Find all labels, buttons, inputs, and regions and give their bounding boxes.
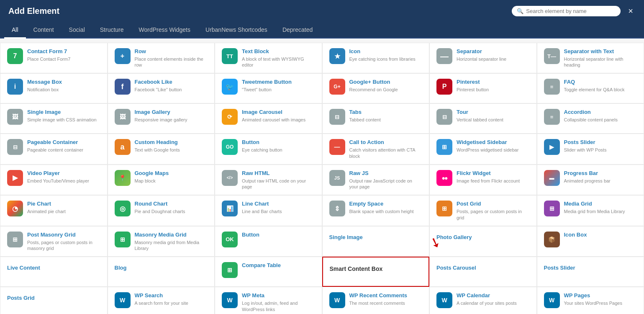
elements-grid: 7 Contact Form 7 Place Contact Form7 + R… <box>0 43 644 314</box>
masonry-media-grid-icon: ⊞ <box>115 232 131 247</box>
element-wp-pages[interactable]: W WP Pages Your sites WordPress Pages <box>537 287 644 314</box>
element-google-plus[interactable]: G+ Google+ Button Recommend on Google <box>322 73 430 103</box>
element-wp-search[interactable]: W WP Search A search form for your site <box>108 287 215 314</box>
element-text-block[interactable]: TT Text Block A block of text with WYSIW… <box>215 43 322 73</box>
flickr-widget-icon: ●● <box>436 170 452 186</box>
element-video-player[interactable]: ▶ Video Player Embed YouTube/Vimeo playe… <box>0 165 108 195</box>
compare-table-icon: ⊞ <box>222 262 238 278</box>
tour-icon: ⊟ <box>436 109 452 125</box>
facebook-like-icon: f <box>115 79 131 95</box>
tab-all[interactable]: All <box>4 22 26 39</box>
empty-space-icon: ⇕ <box>329 201 345 216</box>
faq-icon: ≡ <box>544 79 560 95</box>
element-round-chart[interactable]: ◎ Round Chart Pie and Doughnat charts <box>108 195 215 226</box>
content-area[interactable]: 7 Contact Form 7 Place Contact Form7 + R… <box>0 39 644 314</box>
button-2-icon: OK <box>222 232 238 247</box>
element-post-masonry-grid[interactable]: ⊞ Post Masonry Grid Posts, pages or cust… <box>0 226 108 257</box>
element-separator[interactable]: — Separator Horizontal separator line <box>429 43 537 73</box>
element-posts-slider-1[interactable]: ▶ Posts Slider Slider with WP Posts <box>537 134 644 164</box>
tabs-icon: ⊟ <box>329 109 345 125</box>
element-posts-carousel[interactable]: Posts Carousel <box>429 257 537 287</box>
element-icon-box[interactable]: 📦 Icon Box <box>537 226 644 257</box>
raw-js-icon: JS <box>329 170 345 186</box>
element-posts-grid[interactable]: Posts Grid <box>0 287 108 314</box>
element-compare-table[interactable]: ⊞ Compare Table <box>215 257 322 287</box>
element-faq[interactable]: ≡ FAQ Toggle element for Q&A block <box>537 73 644 103</box>
element-message-box[interactable]: i Message Box Notification box <box>0 73 108 103</box>
tab-content[interactable]: Content <box>26 22 62 39</box>
element-accordion[interactable]: ≡ Accordion Collapsible content panels <box>537 103 644 134</box>
element-widgetised-sidebar[interactable]: ⊞ Widgetised Sidebar WordPress widgetise… <box>429 134 537 164</box>
element-tweetmeme[interactable]: 🐦 Tweetmeme Button "Tweet" button <box>215 73 322 103</box>
element-google-maps[interactable]: 📍 Google Maps Map block <box>108 165 215 195</box>
element-tour[interactable]: ⊟ Tour Vertical tabbed content <box>429 103 537 134</box>
element-wp-calendar[interactable]: W WP Calendar A calendar of your sites p… <box>429 287 537 314</box>
posts-slider-1-icon: ▶ <box>544 139 560 155</box>
tab-wordpress-widgets[interactable]: WordPress Widgets <box>131 22 198 39</box>
custom-heading-icon: a <box>115 139 131 155</box>
row-icon: + <box>115 48 131 64</box>
text-block-icon: TT <box>222 48 238 64</box>
raw-html-icon: </> <box>222 170 238 186</box>
element-posts-slider-2[interactable]: Posts Slider <box>537 257 644 287</box>
element-raw-html[interactable]: </> Raw HTML Output raw HTML code on you… <box>215 165 322 195</box>
tab-urbannews-shortcodes[interactable]: UrbanNews Shortcodes <box>198 22 275 39</box>
element-single-image-2[interactable]: Single Image <box>322 226 430 257</box>
element-single-image[interactable]: 🖼 Single Image Simple image with CSS ani… <box>0 103 108 134</box>
element-custom-heading[interactable]: a Custom Heading Text with Google fonts <box>108 134 215 164</box>
element-empty-space[interactable]: ⇕ Empty Space Blank space with custom he… <box>322 195 430 226</box>
line-chart-icon: 📊 <box>222 201 238 216</box>
video-player-icon: ▶ <box>7 170 23 186</box>
image-carousel-icon: ⟳ <box>222 109 238 125</box>
element-progress-bar[interactable]: ▬ Progress Bar Animated progress bar <box>537 165 644 195</box>
element-raw-js[interactable]: JS Raw JS Output raw JavaScript code on … <box>322 165 430 195</box>
wp-recent-comments-icon: W <box>329 292 345 308</box>
element-wp-recent-comments[interactable]: W WP Recent Comments The most recent com… <box>322 287 430 314</box>
element-blog[interactable]: Blog <box>108 257 215 287</box>
widgetised-sidebar-icon: ⊞ <box>436 139 452 155</box>
call-to-action-icon: — <box>329 139 345 155</box>
element-post-grid[interactable]: ⊞ Post Grid Posts, pages or custom posts… <box>429 195 537 226</box>
element-button-2[interactable]: OK Button <box>215 226 322 257</box>
element-call-to-action[interactable]: — Call to Action Catch visitors attentio… <box>322 134 430 164</box>
pageable-container-icon: ⊟ <box>7 139 23 155</box>
element-image-carousel[interactable]: ⟳ Image Carousel Animated carousel with … <box>215 103 322 134</box>
element-icon[interactable]: ★ Icon Eye catching icons from libraries <box>322 43 430 73</box>
element-button[interactable]: GO Button Eye catching button <box>215 134 322 164</box>
wp-pages-icon: W <box>544 292 560 308</box>
tab-deprecated[interactable]: Deprecated <box>275 22 320 39</box>
element-live-content[interactable]: Live Content <box>0 257 108 287</box>
element-tabs[interactable]: ⊟ Tabs Tabbed content <box>322 103 430 134</box>
search-input[interactable] <box>526 8 616 14</box>
message-box-icon: i <box>7 79 23 95</box>
separator-icon: — <box>436 48 452 64</box>
element-wp-meta[interactable]: W WP Meta Log in/out, admin, feed and Wo… <box>215 287 322 314</box>
tab-social[interactable]: Social <box>62 22 92 39</box>
icon-box-icon: 📦 <box>544 232 560 247</box>
pinterest-icon: P <box>436 79 452 95</box>
single-image-icon: 🖼 <box>7 109 23 125</box>
element-media-grid[interactable]: ⊞ Media Grid Media grid from Media Libra… <box>537 195 644 226</box>
progress-bar-icon: ▬ <box>544 170 560 186</box>
search-icon: 🔍 <box>517 8 523 14</box>
element-smart-content-box[interactable]: Smart Content Box ➘ <box>322 257 430 287</box>
tab-structure[interactable]: Structure <box>92 22 131 39</box>
element-separator-text[interactable]: T— Separator with Text Horizontal separa… <box>537 43 644 73</box>
element-pinterest[interactable]: P Pinterest Pinterest button <box>429 73 537 103</box>
element-image-gallery[interactable]: 🖼 Image Gallery Responsive image gallery <box>108 103 215 134</box>
search-box[interactable]: 🔍 <box>512 6 621 16</box>
element-photo-gallery[interactable]: Photo Gallery <box>429 226 537 257</box>
element-contact-form-7[interactable]: 7 Contact Form 7 Place Contact Form7 <box>0 43 108 73</box>
element-flickr-widget[interactable]: ●● Flickr Widget Image feed from Flickr … <box>429 165 537 195</box>
element-row[interactable]: + Row Place content elements inside the … <box>108 43 215 73</box>
element-facebook-like[interactable]: f Facebook Like Facebook "Like" button <box>108 73 215 103</box>
google-plus-icon: G+ <box>329 79 345 95</box>
element-pie-chart[interactable]: ◔ Pie Chart Animated pie chart <box>0 195 108 226</box>
close-button[interactable]: × <box>626 6 636 16</box>
wp-calendar-icon: W <box>436 292 452 308</box>
pie-chart-icon: ◔ <box>7 201 23 216</box>
tabs-bar: All Content Social Structure WordPress W… <box>0 22 644 39</box>
element-masonry-media-grid[interactable]: ⊞ Masonry Media Grid Masonry media grid … <box>108 226 215 257</box>
element-pageable-container[interactable]: ⊟ Pageable Container Pageable content co… <box>0 134 108 164</box>
element-line-chart[interactable]: 📊 Line Chart Line and Bar charts <box>215 195 322 226</box>
